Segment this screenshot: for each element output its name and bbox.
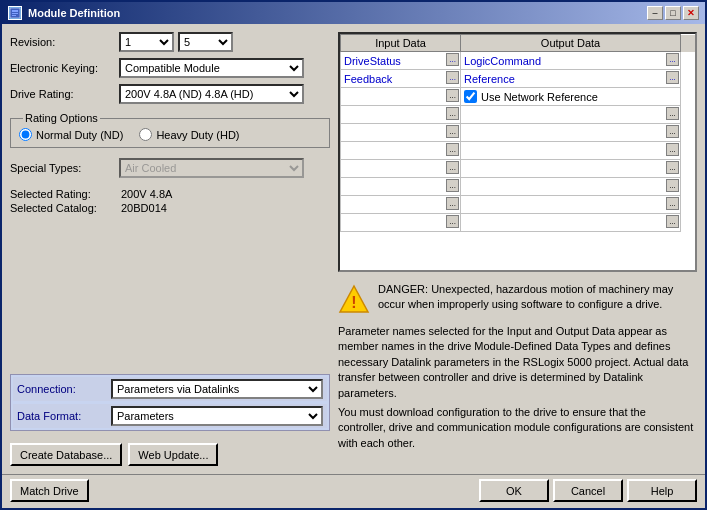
- cancel-button[interactable]: Cancel: [553, 479, 623, 502]
- dataformat-row: Data Format: Parameters Standard: [13, 404, 327, 428]
- scroll-col: [681, 35, 695, 52]
- rating-options-fieldset: Rating Options Normal Duty (ND) Heavy Du…: [10, 112, 330, 148]
- dataformat-label: Data Format:: [17, 410, 107, 422]
- output-ellipsis-4[interactable]: ...: [666, 107, 679, 120]
- ok-button[interactable]: OK: [479, 479, 549, 502]
- output-ellipsis-2[interactable]: ...: [666, 71, 679, 84]
- empty-cell: [681, 214, 695, 232]
- input-cell-7: ...: [341, 160, 461, 178]
- table-row: ... ...: [341, 142, 695, 160]
- minimize-button[interactable]: –: [647, 6, 663, 20]
- drive-rating-row: Drive Rating: 200V 4.8A (ND) 4.8A (HD): [10, 84, 330, 104]
- right-panel: Input Data Output Data DriveStatus ...: [338, 32, 697, 466]
- selected-rating-value: 200V 4.8A: [121, 188, 172, 200]
- connection-row: Connection: Parameters via Datalinks Sta…: [13, 377, 327, 401]
- output-ellipsis-1[interactable]: ...: [666, 53, 679, 66]
- drive-rating-select[interactable]: 200V 4.8A (ND) 4.8A (HD): [119, 84, 304, 104]
- dataformat-select[interactable]: Parameters Standard: [111, 406, 323, 426]
- output-cell-3: Use Network Reference: [461, 88, 681, 106]
- drive-rating-label: Drive Rating:: [10, 88, 115, 100]
- normal-duty-radio[interactable]: [19, 128, 32, 141]
- input-cell-2: Feedback ...: [341, 70, 461, 88]
- output-cell-2: Reference ...: [461, 70, 681, 88]
- electronic-keying-row: Electronic Keying: Compatible Module Exa…: [10, 58, 330, 78]
- info-text-2: You must download configuration to the d…: [338, 405, 695, 451]
- normal-duty-label: Normal Duty (ND): [36, 129, 123, 141]
- data-table: Input Data Output Data DriveStatus ...: [340, 34, 695, 232]
- input-ellipsis-10[interactable]: ...: [446, 215, 459, 228]
- input-ellipsis-4[interactable]: ...: [446, 107, 459, 120]
- maximize-button[interactable]: □: [665, 6, 681, 20]
- revision-select-minor[interactable]: 5: [178, 32, 233, 52]
- output-ellipsis-8[interactable]: ...: [666, 179, 679, 192]
- output-cell-1: LogicCommand ...: [461, 52, 681, 70]
- output-ellipsis-10[interactable]: ...: [666, 215, 679, 228]
- table-row: Feedback ... Reference ...: [341, 70, 695, 88]
- selected-catalog-label: Selected Catalog:: [10, 202, 115, 214]
- input-ellipsis-7[interactable]: ...: [446, 161, 459, 174]
- output-ellipsis-5[interactable]: ...: [666, 125, 679, 138]
- input-data-header: Input Data: [341, 35, 461, 52]
- table-row: ... ...: [341, 160, 695, 178]
- input-ellipsis-6[interactable]: ...: [446, 143, 459, 156]
- table-row: ... ...: [341, 214, 695, 232]
- empty-cell: [681, 196, 695, 214]
- output-cell-10: ...: [461, 214, 681, 232]
- revision-label: Revision:: [10, 36, 115, 48]
- connection-label: Connection:: [17, 383, 107, 395]
- output-cell-7: ...: [461, 160, 681, 178]
- bottom-buttons-row: Create Database... Web Update...: [10, 443, 330, 466]
- warning-icon: !: [338, 284, 370, 316]
- use-network-reference-label: Use Network Reference: [481, 91, 598, 103]
- output-cell-9: ...: [461, 196, 681, 214]
- info-text-1: Parameter names selected for the Input a…: [338, 324, 695, 401]
- svg-rect-3: [12, 15, 16, 16]
- table-row: ... ...: [341, 178, 695, 196]
- heavy-duty-label: Heavy Duty (HD): [156, 129, 239, 141]
- footer: Match Drive OK Cancel Help: [2, 474, 705, 508]
- selected-rating-row: Selected Rating: 200V 4.8A: [10, 188, 330, 200]
- input-ellipsis-5[interactable]: ...: [446, 125, 459, 138]
- special-types-label: Special Types:: [10, 162, 115, 174]
- info-block: Selected Rating: 200V 4.8A Selected Cata…: [10, 188, 330, 214]
- input-ellipsis-8[interactable]: ...: [446, 179, 459, 192]
- input-cell-4: ...: [341, 106, 461, 124]
- title-bar-left: Module Definition: [8, 6, 120, 20]
- heavy-duty-radio[interactable]: [139, 128, 152, 141]
- footer-right: OK Cancel Help: [479, 479, 697, 502]
- connection-area: Connection: Parameters via Datalinks Sta…: [10, 374, 330, 431]
- web-update-button[interactable]: Web Update...: [128, 443, 218, 466]
- data-table-body: DriveStatus ... LogicCommand ...: [341, 52, 695, 232]
- main-content: Revision: 1 5 Electronic Keying: Compati…: [2, 24, 705, 474]
- module-definition-window: Module Definition – □ ✕ Revision: 1 5 E: [0, 0, 707, 510]
- use-network-reference-row: Use Network Reference: [464, 90, 677, 103]
- output-ellipsis-7[interactable]: ...: [666, 161, 679, 174]
- output-ellipsis-6[interactable]: ...: [666, 143, 679, 156]
- close-button[interactable]: ✕: [683, 6, 699, 20]
- create-database-button[interactable]: Create Database...: [10, 443, 122, 466]
- danger-text-block: DANGER: Unexpected, hazardous motion of …: [378, 282, 695, 316]
- svg-text:!: !: [351, 294, 356, 311]
- connection-select[interactable]: Parameters via Datalinks Standard Contro…: [111, 379, 323, 399]
- electronic-keying-select[interactable]: Compatible Module Exact Match Disable Ke…: [119, 58, 304, 78]
- use-network-reference-checkbox[interactable]: [464, 90, 477, 103]
- revision-select-major[interactable]: 1: [119, 32, 174, 52]
- empty-cell: [681, 124, 695, 142]
- input-ellipsis-1[interactable]: ...: [446, 53, 459, 66]
- match-drive-button[interactable]: Match Drive: [10, 479, 89, 502]
- input-ellipsis-2[interactable]: ...: [446, 71, 459, 84]
- data-table-wrapper[interactable]: Input Data Output Data DriveStatus ...: [338, 32, 697, 272]
- output-ellipsis-9[interactable]: ...: [666, 197, 679, 210]
- input-cell-10: ...: [341, 214, 461, 232]
- table-row: ... ...: [341, 124, 695, 142]
- output-cell-6: ...: [461, 142, 681, 160]
- danger-text: DANGER: Unexpected, hazardous motion of …: [378, 283, 673, 310]
- window-title: Module Definition: [28, 7, 120, 19]
- input-ellipsis-3[interactable]: ...: [446, 89, 459, 102]
- heavy-duty-option: Heavy Duty (HD): [139, 128, 239, 141]
- title-bar: Module Definition – □ ✕: [2, 2, 705, 24]
- help-button[interactable]: Help: [627, 479, 697, 502]
- input-ellipsis-9[interactable]: ...: [446, 197, 459, 210]
- window-icon: [8, 6, 22, 20]
- special-types-row: Special Types: Air Cooled: [10, 158, 330, 178]
